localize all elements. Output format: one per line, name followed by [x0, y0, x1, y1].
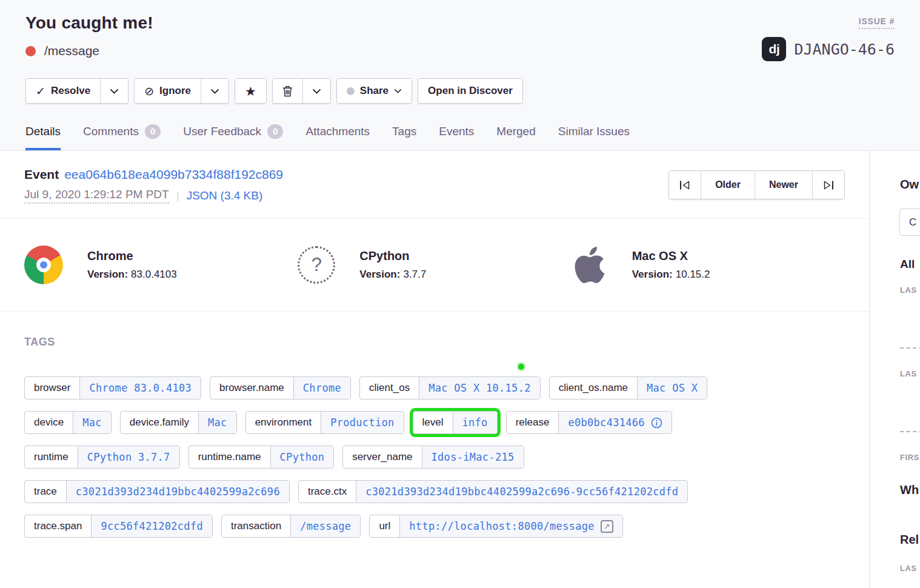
tag-value-text: info [462, 416, 488, 429]
version-value: 10.15.2 [676, 269, 710, 280]
issue-title-block: You caught me! /message [25, 13, 153, 58]
tab-merged[interactable]: Merged [496, 124, 535, 150]
ignore-label: Ignore [159, 85, 191, 97]
context-os: Mac OS X Version:10.15.2 [572, 246, 845, 284]
external-link-icon[interactable]: ↗ [601, 520, 613, 533]
newest-event-button[interactable] [812, 171, 844, 199]
newer-event-button[interactable]: Newer [755, 171, 812, 199]
open-in-discover-button[interactable]: Open in Discover [418, 79, 522, 103]
event-json-link[interactable]: JSON (3.4 KB) [187, 189, 263, 202]
tag-value-text: Mac [208, 416, 227, 429]
sidebar-first-seen-label-clipped: FIRS [900, 453, 919, 462]
version-label: Version: [359, 269, 400, 280]
delete-button[interactable] [273, 79, 302, 103]
right-sidebar-clipped: Ow C All LAS LAS FIRS Wh Rel LAS [870, 151, 920, 588]
issue-culprit: /message [44, 44, 99, 58]
tag-value-link[interactable]: 9cc56f421202cdfd [91, 515, 212, 537]
tab-tags[interactable]: Tags [392, 124, 416, 150]
tag-value-text: /message [300, 520, 351, 532]
tag-key: url [370, 515, 399, 537]
delete-dropdown-button[interactable] [302, 79, 330, 103]
tags-heading: TAGS [24, 336, 845, 349]
tag-client_os: client_osMac OS X 10.15.2 [359, 376, 541, 399]
tab-label: Events [439, 125, 474, 138]
sidebar-filter-all-clipped[interactable]: All [900, 258, 915, 271]
tag-value-link[interactable]: Production [321, 412, 403, 433]
event-id-link[interactable]: eea064b618ea4099b7334f88f192c869 [64, 167, 283, 181]
tag-value-text: CPython [280, 451, 325, 463]
tag-value-link[interactable]: CPython [270, 446, 334, 468]
issue-header: You caught me! /message ISSUE # dj DJANG… [0, 0, 920, 151]
tag-value-link[interactable]: CPython 3.7.7 [78, 446, 179, 468]
sidebar-release-heading-clipped: Rel [900, 533, 919, 547]
tag-value-text: http://localhost:8000/message [409, 520, 595, 532]
tab-similar-issues[interactable]: Similar Issues [558, 124, 630, 150]
tag-value-link[interactable]: Mac [73, 412, 111, 433]
tab-label: User Feedback [183, 125, 261, 138]
issue-short-id: DJANGO-46-6 [794, 41, 895, 58]
tab-comments[interactable]: Comments0 [83, 124, 161, 150]
tag-value-link[interactable]: c3021d393d234d19bbc4402599a2c696 [66, 481, 289, 503]
version-value: 3.7.7 [403, 269, 426, 280]
tab-user-feedback[interactable]: User Feedback0 [183, 124, 283, 150]
tag-value-link[interactable]: http://localhost:8000/message↗ [399, 515, 622, 537]
resolve-button[interactable]: ✓ Resolve [26, 79, 100, 103]
tag-value-link[interactable]: Mac OS X 10.15.2 [419, 377, 540, 399]
resolve-label: Resolve [51, 85, 90, 97]
tag-server_name: server_nameIdos-iMac-215 [342, 446, 524, 469]
error-level-dot [25, 46, 36, 56]
tag-value-text: Chrome 83.0.4103 [89, 382, 192, 394]
share-button[interactable]: Share [337, 79, 412, 103]
sidebar-input-clipped[interactable]: C [899, 209, 920, 236]
context-name: Chrome [87, 249, 177, 263]
tag-key: transaction [222, 515, 290, 537]
sidebar-owners-heading-clipped: Ow [900, 178, 919, 192]
issue-tabs: DetailsComments0User Feedback0Attachment… [25, 124, 895, 150]
tag-value-text: Mac [82, 416, 102, 429]
tag-key: server_name [343, 446, 421, 468]
tag-value-link[interactable]: /message [290, 515, 360, 537]
bookmark-button[interactable]: ★ [235, 79, 266, 103]
share-status-dot-icon [347, 87, 355, 95]
tag-release: releasee0b0bc431466 [506, 411, 672, 434]
release-info-icon[interactable] [651, 417, 662, 429]
tag-value-text: 9cc56f421202cdfd [101, 520, 203, 532]
tag-device.family: device.familyMac [120, 411, 237, 434]
tag-value-link[interactable]: Mac OS X [637, 377, 707, 399]
ignore-button[interactable]: ⊘ Ignore [135, 79, 201, 103]
action-toolbar: ✓ Resolve ⊘ Ignore ★ [25, 78, 895, 104]
older-event-button[interactable]: Older [701, 171, 755, 199]
sidebar-dashed-underline [900, 431, 920, 432]
tag-value-text: Mac OS X 10.15.2 [428, 382, 531, 394]
tag-key: runtime.name [189, 446, 270, 468]
tag-key: trace [25, 481, 66, 503]
tag-key: device [25, 412, 73, 433]
ignore-dropdown-button[interactable] [201, 79, 228, 103]
chevron-down-icon [394, 89, 402, 93]
tags-section: TAGS browserChrome 83.0.4103browser.name… [0, 312, 869, 573]
tag-key: client_os [360, 377, 419, 399]
tag-value-link[interactable]: Idos-iMac-215 [422, 446, 524, 468]
tag-value-link[interactable]: info [453, 412, 497, 433]
tag-value-link[interactable]: Chrome [293, 377, 350, 399]
tag-value-link[interactable]: Mac [198, 412, 236, 433]
tab-events[interactable]: Events [439, 124, 474, 150]
issue-number-label: ISSUE # [859, 16, 895, 29]
tab-label: Comments [83, 125, 139, 138]
event-pagination: Older Newer [668, 170, 845, 199]
tag-key: device.family [121, 412, 198, 433]
oldest-event-button[interactable] [669, 171, 701, 199]
tab-attachments[interactable]: Attachments [305, 124, 370, 150]
context-name: Mac OS X [632, 249, 710, 263]
tab-label: Attachments [305, 125, 370, 138]
tag-value-link[interactable]: c3021d393d234d19bbc4402599a2c696-9cc56f4… [356, 481, 687, 503]
tag-value-link[interactable]: e0b0bc431466 [558, 412, 671, 433]
resolve-dropdown-button[interactable] [100, 79, 128, 103]
tag-value-link[interactable]: Chrome 83.0.4103 [79, 377, 201, 399]
tag-browser: browserChrome 83.0.4103 [24, 376, 201, 399]
main-content: Eventeea064b618ea4099b7334f88f192c869 Ju… [0, 151, 870, 588]
tab-label: Tags [392, 125, 416, 138]
context-name: CPython [359, 249, 426, 263]
tab-details[interactable]: Details [25, 124, 61, 150]
tab-label: Details [25, 125, 61, 138]
